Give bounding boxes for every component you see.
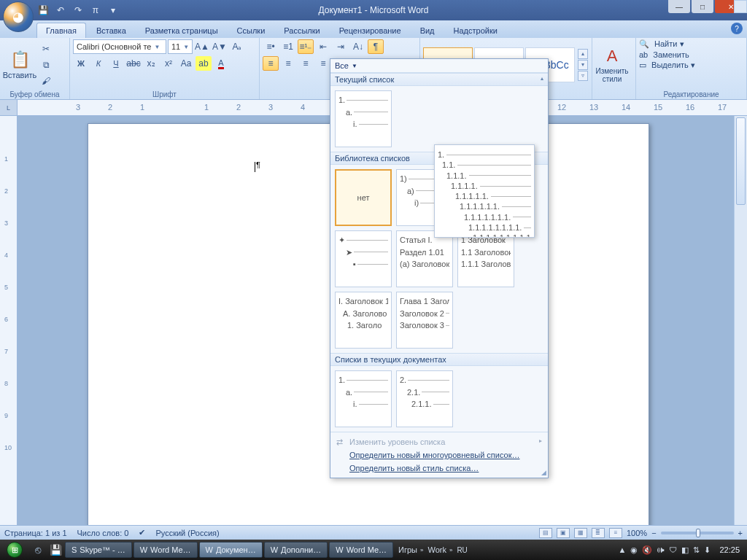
italic-button[interactable]: К <box>90 56 107 71</box>
list-library-heading-num[interactable]: 1 Заголовок 1.1 Заголовок 1.1.1 Заголов <box>457 230 514 287</box>
status-proofing-icon[interactable]: ✔ <box>139 528 145 537</box>
font-name-combo[interactable]: Calibri (Основной те▼ <box>73 39 166 54</box>
view-print-layout-button[interactable]: ▤ <box>539 528 552 538</box>
tab-insert[interactable]: Вставка <box>88 23 135 38</box>
zoom-slider[interactable] <box>661 532 734 534</box>
replace-button[interactable]: ab Заменить <box>639 50 689 59</box>
grow-font-button[interactable]: A▲ <box>194 39 210 54</box>
vertical-scrollbar[interactable] <box>734 116 747 525</box>
justify-button[interactable]: ≡ <box>315 56 331 71</box>
list-library-chapter[interactable]: Глава 1 Загол Заголовок 2 Заголовок 3 <box>396 292 453 349</box>
copy-button[interactable]: ⧉ <box>38 58 54 72</box>
define-new-multilevel-list[interactable]: Определить новый многоуровневый список… <box>335 448 543 462</box>
status-word-count[interactable]: Число слов: 0 <box>77 529 129 537</box>
maximize-button[interactable]: □ <box>692 0 713 13</box>
numbering-button[interactable]: ≡1 <box>280 39 296 54</box>
scrollbar-thumb[interactable] <box>736 117 746 205</box>
view-web-button[interactable]: ▦ <box>574 528 587 538</box>
vertical-ruler[interactable]: 12345678910 <box>0 116 18 525</box>
show-marks-button[interactable]: ¶ <box>368 39 384 54</box>
tray-icon[interactable]: 🕪 <box>657 545 665 554</box>
gallery-resize-grip[interactable]: ◢ <box>541 469 546 476</box>
change-case-button[interactable]: Aa <box>178 56 194 71</box>
taskbar-toolbar[interactable]: Work » <box>427 545 452 554</box>
decrease-indent-button[interactable]: ⇤ <box>315 39 331 54</box>
start-button[interactable]: ⊞ <box>0 540 29 560</box>
subscript-button[interactable]: x₂ <box>143 56 159 71</box>
view-outline-button[interactable]: ≣ <box>592 528 605 538</box>
taskbar-task[interactable]: WДокумен… <box>199 542 263 558</box>
align-left-button[interactable]: ≡ <box>263 56 279 71</box>
qat-save-icon[interactable]: 💾 <box>36 4 50 17</box>
bullets-button[interactable]: ≡• <box>263 39 279 54</box>
tray-icon[interactable]: ⇅ <box>693 545 700 555</box>
shrink-font-button[interactable]: A▼ <box>212 39 228 54</box>
font-size-combo[interactable]: 11▼ <box>168 39 193 54</box>
find-button[interactable]: 🔍 Найти ▾ <box>639 39 684 49</box>
group-clipboard-label[interactable]: Буфер обмена <box>3 90 66 99</box>
cut-button[interactable]: ✂ <box>38 42 54 56</box>
taskbar-task[interactable]: WДополни… <box>264 542 328 558</box>
tab-page-layout[interactable]: Разметка страницы <box>136 23 227 38</box>
styles-row-up-icon[interactable]: ▴ <box>578 49 588 59</box>
font-color-button[interactable]: A <box>213 56 229 71</box>
zoom-out-button[interactable]: − <box>651 529 656 537</box>
list-library-bullets[interactable]: ✦ ➤ ▪ <box>335 230 392 287</box>
align-center-button[interactable]: ≡ <box>280 56 296 71</box>
tab-home[interactable]: Главная <box>36 23 86 38</box>
list-library-roman[interactable]: I. Заголовок 1 A. Заголово 1. Заголо <box>335 292 392 349</box>
status-language[interactable]: Русский (Россия) <box>155 529 219 537</box>
section-collapse-icon[interactable]: ▴ <box>541 75 543 82</box>
list-indoc-2[interactable]: 2. 2.1. 2.1.1. <box>396 370 453 427</box>
ruler-toggle-button[interactable] <box>734 0 747 13</box>
taskbar-task[interactable]: WWord Me… <box>329 542 393 558</box>
tab-references[interactable]: Ссылки <box>228 23 274 38</box>
gallery-filter-all[interactable]: Все▼ <box>330 59 548 73</box>
minimize-button[interactable]: — <box>668 0 690 13</box>
tray-icon[interactable]: 🔇 <box>642 545 652 555</box>
list-library-article[interactable]: Статья I. Раздел 1.01 (a) Заголовок <box>396 230 453 287</box>
align-right-button[interactable]: ≡ <box>298 56 314 71</box>
qat-undo-icon[interactable]: ↶ <box>54 4 67 17</box>
tab-review[interactable]: Рецензирование <box>330 23 410 38</box>
zoom-in-button[interactable]: + <box>738 529 743 537</box>
tab-addins[interactable]: Надстройки <box>445 23 506 38</box>
zoom-level[interactable]: 100% <box>627 529 647 537</box>
select-button[interactable]: ▭ Выделить ▾ <box>639 61 695 70</box>
bold-button[interactable]: Ж <box>73 56 89 71</box>
group-editing-label[interactable]: Редактирование <box>639 90 743 99</box>
tray-icon[interactable]: ⬇ <box>704 545 711 555</box>
list-indoc-1[interactable]: 1. a. i. <box>335 370 392 427</box>
format-painter-button[interactable]: 🖌 <box>38 74 54 88</box>
zoom-slider-handle[interactable] <box>696 529 700 537</box>
taskbar-pinned-icon[interactable]: 💾 <box>47 541 64 559</box>
tray-icon[interactable]: ◧ <box>681 545 689 555</box>
view-full-screen-button[interactable]: ▣ <box>557 528 570 538</box>
paste-button[interactable]: 📋 Вставить <box>3 42 36 88</box>
qat-customize-icon[interactable]: ▾ <box>107 4 120 17</box>
taskbar-pinned-icon[interactable]: ⎋ <box>29 541 47 559</box>
view-draft-button[interactable]: ≡ <box>609 528 622 538</box>
status-page[interactable]: Страница: 1 из 1 <box>4 529 67 537</box>
qat-equation-icon[interactable]: π <box>89 4 102 17</box>
tray-icon[interactable]: ▲ <box>619 545 627 554</box>
taskbar-task[interactable]: SSkype™ - … <box>65 542 132 558</box>
strike-button[interactable]: abc <box>125 56 142 71</box>
tab-selector[interactable]: L <box>0 100 18 115</box>
define-new-list-style[interactable]: Определить новый стиль списка… <box>335 462 543 475</box>
group-font-label[interactable]: Шрифт <box>73 90 256 99</box>
qat-redo-icon[interactable]: ↷ <box>71 4 85 17</box>
taskbar-clock[interactable]: 22:25 <box>715 545 744 554</box>
styles-more-icon[interactable]: ▿ <box>578 71 588 81</box>
help-button[interactable]: ? <box>731 23 743 34</box>
taskbar-language[interactable]: RU <box>457 546 467 554</box>
tab-view[interactable]: Вид <box>411 23 444 38</box>
sort-button[interactable]: A↓ <box>350 39 366 54</box>
change-styles-button[interactable]: A Изменить стили <box>595 42 629 88</box>
office-button[interactable]: ◕ <box>3 1 34 32</box>
styles-row-down-icon[interactable]: ▾ <box>578 60 588 70</box>
list-current-item[interactable]: 1. a. i. <box>335 90 392 147</box>
taskbar-task[interactable]: WWord Me… <box>133 542 198 558</box>
list-library-none[interactable]: нет <box>335 169 392 226</box>
highlight-button[interactable]: ab <box>196 56 212 71</box>
